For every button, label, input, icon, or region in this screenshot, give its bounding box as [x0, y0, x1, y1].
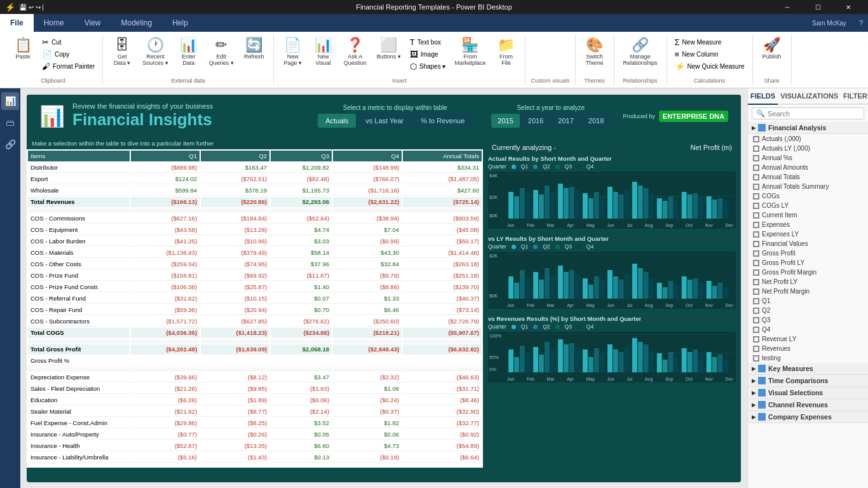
table-row[interactable]: Depreciation Expense($39.66)($8.12)$3.47… [28, 372, 482, 383]
field-item-q3[interactable]: Q3 [748, 315, 868, 325]
table-row[interactable]: COS - Materials($1,136.43)($379.49)$58.1… [28, 248, 482, 258]
ribbon-tab-file[interactable]: File [0, 14, 34, 32]
window-controls[interactable]: ─ ☐ ✕ [773, 0, 863, 14]
close-button[interactable]: ✕ [834, 0, 863, 14]
new-visual-button[interactable]: 📊 NewVisual [309, 37, 337, 67]
cut-button[interactable]: ✂Cut [39, 37, 97, 48]
visualizations-tab[interactable]: VISUALIZATIONS [778, 88, 841, 105]
table-row[interactable]: COS - Other Costs($259.04)($74.95)$37.96… [28, 259, 482, 269]
refresh-button[interactable]: 🔄 Refresh [240, 37, 268, 61]
metric-actuals-button[interactable]: Actuals [318, 114, 356, 128]
table-row[interactable]: Sales - Fleet Depreciation($21.28)($9.85… [28, 384, 482, 394]
from-marketplace-button[interactable]: 🏪 FromMarketplace [451, 37, 489, 67]
fields-tab[interactable]: FIELDS [748, 88, 778, 105]
textbox-button[interactable]: TText box [407, 37, 449, 48]
table-row[interactable]: Education($6.26)($1.89)($0.06)($0.24)($8… [28, 395, 482, 405]
field-section-financial-analysis-header[interactable]: ▶ Financial Analysis [748, 122, 868, 134]
format-painter-button[interactable]: 🖌Format Painter [39, 61, 97, 72]
search-input[interactable] [768, 110, 860, 118]
field-item-q1[interactable]: Q1 [748, 296, 868, 306]
field-item-testing[interactable]: testing [748, 353, 868, 363]
table-row[interactable]: Insurance - Life($1.17)($0.22)$0.26$0.14… [28, 464, 482, 466]
field-item-q2[interactable]: Q2 [748, 306, 868, 315]
publish-button[interactable]: 🚀 Publish [758, 37, 786, 61]
field-item-expenses[interactable]: Expenses [748, 220, 868, 229]
table-row[interactable]: Fuel Expense - Const.Admin($29.86)($8.25… [28, 418, 482, 428]
field-item-actuals[interactable]: Actuals (,000) [748, 134, 868, 144]
table-row[interactable]: COS - Equipment($43.58)($13.28)$4.74$7.0… [28, 225, 482, 235]
new-column-button[interactable]: ≡New Column [672, 49, 747, 60]
table-row[interactable]: Gross Profit % [28, 356, 482, 366]
field-item-expenses-ly[interactable]: Expenses LY [748, 229, 868, 239]
table-row[interactable]: Sealer Material($21.62)($8.77)($2.14)($0… [28, 407, 482, 417]
table-row[interactable]: Insurance - Auto/Property($0.77)($0.26)$… [28, 430, 482, 440]
field-item-gross-profit[interactable]: Gross Profit [748, 248, 868, 258]
year-2017-button[interactable]: 2017 [552, 114, 580, 128]
get-data-button[interactable]: 🗄 GetData ▾ [108, 37, 136, 67]
table-row[interactable]: COS - Repair Fund($59.36)($20.94)$0.70$6… [28, 305, 482, 315]
filters-tab[interactable]: FILTERS [841, 88, 868, 105]
new-measure-button[interactable]: ΣNew Measure [672, 37, 747, 48]
field-item-net-profit-ly[interactable]: Net Profit LY [748, 277, 868, 287]
new-page-button[interactable]: 📄 NewPage ▾ [279, 37, 307, 67]
new-quick-measure-button[interactable]: ⚡New Quick Measure [672, 61, 747, 72]
table-row[interactable]: COS - Referral Fund($31.62)($10.15)$0.07… [28, 294, 482, 304]
field-section-channel-revenues-header[interactable]: ▶ Channel Revenues [748, 399, 868, 411]
table-row[interactable]: COS - Subcontractors($1,571.72)($627.85)… [28, 316, 482, 327]
ribbon-tab-view[interactable]: View [74, 14, 111, 32]
table-row[interactable]: Wholesale$599.84$378.19$1,165.73($1,716.… [28, 186, 482, 196]
field-item-annual-amounts[interactable]: Annual Amounts [748, 163, 868, 172]
maximize-button[interactable]: ☐ [803, 0, 832, 14]
recent-sources-button[interactable]: 🕐 RecentSources ▾ [139, 37, 172, 67]
field-item-net-profit-margin[interactable]: Net Profit Margin [748, 287, 868, 296]
field-item-annual-totals-summary[interactable]: Annual Totals Summary [748, 182, 868, 191]
table-row[interactable]: COS - Prize Fund Constr.($106.38)($25.87… [28, 282, 482, 292]
year-2018-button[interactable]: 2018 [582, 114, 610, 128]
field-item-revenue-ly[interactable]: Revenue LY [748, 334, 868, 344]
ribbon-tab-help[interactable]: Help [162, 14, 198, 32]
metric-vs-last-year-button[interactable]: vs Last Year [358, 114, 411, 128]
field-item-actuals-ly[interactable]: Actuals LY (,000) [748, 144, 868, 153]
field-section-visual-selections-header[interactable]: ▶ Visual Selections [748, 387, 868, 399]
nav-model-icon[interactable]: 🔗 [1, 135, 19, 153]
field-item-gross-profit-ly[interactable]: Gross Profit LY [748, 258, 868, 268]
enter-data-button[interactable]: 📊 EnterData [175, 37, 203, 67]
field-item-current-item[interactable]: Current Item [748, 210, 868, 220]
buttons-button[interactable]: ⬜ Buttons ▾ [373, 37, 405, 61]
table-scroll-area[interactable]: Items Q1 Q2 Q3 Q4 Annual Totals Distribu… [27, 149, 483, 466]
field-item-q4[interactable]: Q4 [748, 325, 868, 334]
metric-pct-revenue-button[interactable]: % to Revenue [413, 114, 472, 128]
table-row[interactable]: COS - Labor Burden($41.25)($10.96)$3.03(… [28, 236, 482, 247]
field-item-revenues[interactable]: Revenues [748, 344, 868, 353]
nav-report-icon[interactable]: 📊 [1, 92, 19, 110]
table-row[interactable]: Total Gross Profit($4,202.48)($1,639.09)… [28, 344, 482, 355]
field-item-financial-values[interactable]: Financial Values [748, 239, 868, 248]
field-item-cogs[interactable]: COGs [748, 191, 868, 201]
field-item-gross-profit-margin[interactable]: Gross Profit Margin [748, 268, 868, 277]
table-row[interactable]: Insurance - Health($52.87)($13.35)$6.60$… [28, 441, 482, 451]
edit-queries-button[interactable]: ✏ EditQueries ▾ [205, 37, 238, 67]
table-row[interactable] [28, 367, 482, 371]
table-row[interactable]: COS - Commissions($627.16)($184.84)($52.… [28, 214, 482, 224]
field-section-key-measures-header[interactable]: ▶ Key Measures [748, 363, 868, 375]
table-row[interactable]: COS - Prize Fund($159.81)($69.92)($11.67… [28, 271, 482, 281]
field-item-annual-pct[interactable]: Annual %s [748, 153, 868, 163]
field-item-annual-totals[interactable]: Annual Totals [748, 172, 868, 182]
help-icon[interactable]: ? [854, 14, 868, 32]
image-button[interactable]: 🖼Image [407, 49, 449, 60]
year-2016-button[interactable]: 2016 [522, 114, 550, 128]
ask-question-button[interactable]: ❓ Ask AQuestion [340, 37, 370, 67]
table-row[interactable]: Distributor($889.98)$163.47$1,209.82($14… [28, 163, 482, 173]
minimize-button[interactable]: ─ [773, 0, 802, 14]
manage-relationships-button[interactable]: 🔗 ManageRelationships [620, 37, 661, 67]
field-section-time-comparisons-header[interactable]: ▶ Time Comparisons [748, 375, 868, 387]
ribbon-tab-modeling[interactable]: Modeling [111, 14, 162, 32]
shapes-button[interactable]: ⬡Shapes ▾ [407, 61, 449, 72]
switch-theme-button[interactable]: 🎨 SwitchTheme [581, 37, 609, 67]
table-row[interactable]: Total Revenues($166.13)($220.86)$2,293.0… [28, 197, 482, 207]
from-file-button[interactable]: 📁 FromFile [492, 37, 520, 67]
ribbon-tab-home[interactable]: Home [34, 14, 74, 32]
table-row[interactable]: Total COGS($4,036.35)($1,418.23)($234.88… [28, 328, 482, 338]
paste-button[interactable]: 📋 Paste [9, 37, 37, 61]
table-row[interactable]: Export$124.02($762.51)($82.48)($766.07)(… [28, 174, 482, 184]
